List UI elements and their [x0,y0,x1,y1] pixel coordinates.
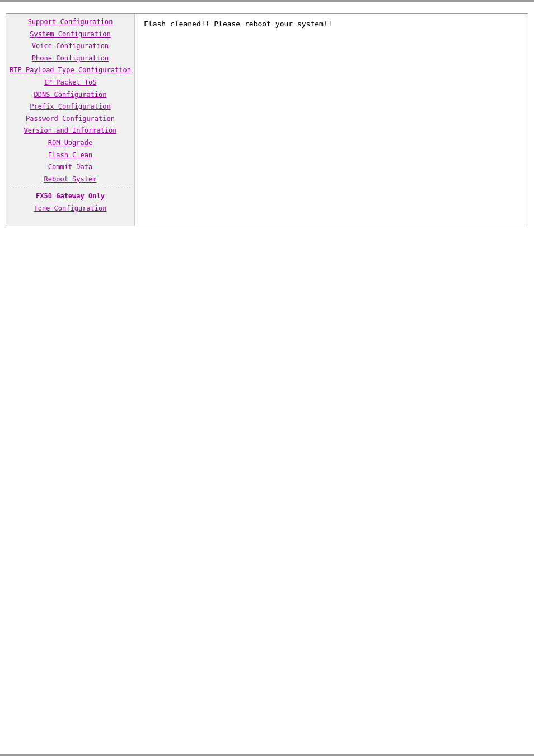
sidebar-item-version-info[interactable]: Version and Information [6,125,134,137]
sidebar-item-voice-config[interactable]: Voice Configuration [6,40,134,53]
sidebar-item-prefix-config[interactable]: Prefix Configuration [6,101,134,113]
content-area: Flash cleaned!! Please reboot your syste… [135,14,528,226]
sidebar-item-rtp-payload[interactable]: RTP Payload Type Configuration [6,64,134,77]
sidebar-item-phone-config[interactable]: Phone Configuration [6,53,134,65]
main-container: Support ConfigurationSystem Configuratio… [6,13,528,226]
sidebar-item-fx50-gateway[interactable]: FX50 Gateway Only [6,190,134,203]
sidebar-item-rom-upgrade[interactable]: ROM Upgrade [6,137,134,150]
flash-message: Flash cleaned!! Please reboot your syste… [144,20,332,28]
sidebar[interactable]: Support ConfigurationSystem Configuratio… [6,14,135,226]
sidebar-item-system-config[interactable]: System Configuration [6,29,134,41]
top-border [0,0,534,2]
sidebar-item-commit-data[interactable]: Commit Data [6,161,134,174]
sidebar-item-ddns-config[interactable]: DDNS Configuration [6,89,134,101]
sidebar-item-ip-packet-tos[interactable]: IP Packet ToS [6,77,134,89]
sidebar-item-flash-clean[interactable]: Flash Clean [6,150,134,162]
sidebar-item-tone-config[interactable]: Tone Configuration [6,203,134,215]
sidebar-divider [10,188,131,188]
bottom-border [0,754,534,756]
sidebar-item-password-config[interactable]: Password Configuration [6,113,134,125]
sidebar-item-reboot-system[interactable]: Reboot System [6,174,134,186]
sidebar-item-support-config[interactable]: Support Configuration [6,16,134,29]
